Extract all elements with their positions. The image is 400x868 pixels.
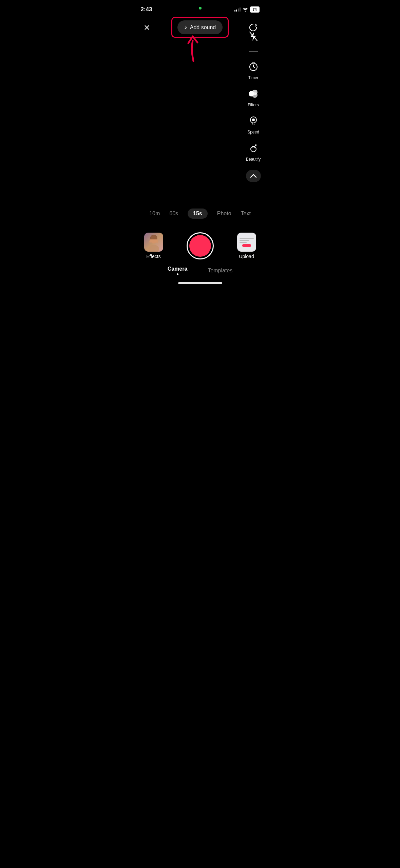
divider (249, 51, 258, 52)
mode-text[interactable]: Text (241, 209, 251, 218)
filters-label: Filters (248, 103, 259, 107)
timer-button[interactable]: Timer (246, 59, 261, 80)
music-note-icon: ♪ (184, 24, 187, 31)
timer-label: Timer (248, 75, 258, 80)
upload-line-3 (240, 242, 247, 243)
status-right: 74 (234, 6, 260, 13)
mode-15s[interactable]: 15s (188, 209, 208, 219)
tab-camera-label: Camera (168, 266, 188, 272)
speed-button[interactable]: 1x Speed (246, 113, 261, 134)
add-sound-wrapper: ♪ Add sound (177, 20, 223, 34)
effects-thumbnail (144, 233, 163, 252)
wifi-icon (243, 7, 248, 12)
upload-lines (240, 238, 254, 243)
tab-camera[interactable]: Camera (168, 266, 188, 275)
person-silhouette (145, 233, 163, 252)
bottom-controls: Effects Upload (134, 232, 266, 259)
upload-label: Upload (239, 254, 254, 259)
speed-label: Speed (247, 130, 259, 134)
add-sound-button[interactable]: ♪ Add sound (177, 20, 223, 34)
filters-icon (248, 89, 259, 98)
green-dot (199, 7, 202, 10)
status-bar: 2:43 74 (134, 0, 266, 17)
right-controls: Timer Filters 1x Speed (246, 29, 261, 182)
flash-off-icon (249, 31, 258, 41)
mode-60s[interactable]: 60s (169, 209, 178, 218)
effects-label: Effects (146, 254, 161, 259)
effects-image (144, 233, 163, 252)
close-button[interactable] (141, 21, 153, 34)
filters-icon-container (246, 86, 261, 101)
upload-thumbnail (237, 233, 256, 252)
status-time: 2:43 (141, 6, 152, 13)
upload-button[interactable]: Upload (237, 233, 256, 259)
filters-button[interactable]: Filters (246, 86, 261, 107)
svg-point-7 (252, 119, 255, 121)
svg-text:1x: 1x (252, 123, 255, 125)
timer-icon-container (246, 59, 261, 74)
record-button-inner (189, 235, 211, 257)
flash-icon-container (246, 29, 261, 44)
beautify-icon (248, 143, 259, 153)
add-sound-label: Add sound (190, 24, 216, 31)
tab-templates[interactable]: Templates (208, 268, 232, 274)
timer-icon (249, 62, 258, 71)
svg-point-12 (148, 245, 159, 252)
upload-line-1 (240, 238, 254, 239)
home-indicator (178, 282, 222, 284)
speed-icon: 1x (248, 116, 259, 126)
mode-10m[interactable]: 10m (149, 209, 160, 218)
beautify-label: Beautify (246, 157, 261, 162)
signal-icon (234, 7, 241, 12)
tab-camera-dot (177, 273, 178, 275)
mode-selector: 10m 60s 15s Photo Text (134, 209, 266, 219)
svg-point-10 (255, 145, 256, 146)
mode-photo[interactable]: Photo (217, 209, 231, 218)
expand-controls-button[interactable] (246, 170, 261, 182)
svg-point-5 (252, 92, 258, 98)
upload-red-bar (242, 244, 251, 247)
chevron-up-icon (250, 174, 257, 178)
upload-line-2 (240, 240, 249, 241)
speed-icon-container: 1x (246, 113, 261, 128)
beautify-button[interactable]: Beautify (246, 141, 261, 162)
effects-button[interactable]: Effects (144, 233, 163, 259)
bottom-tabs: Camera Templates (134, 266, 266, 275)
record-button-container (187, 232, 214, 259)
battery-indicator: 74 (250, 6, 260, 13)
beautify-icon-container (246, 141, 261, 156)
flash-button[interactable] (246, 29, 261, 44)
tab-templates-label: Templates (208, 268, 232, 274)
close-icon (143, 24, 151, 31)
record-button[interactable] (187, 232, 214, 259)
